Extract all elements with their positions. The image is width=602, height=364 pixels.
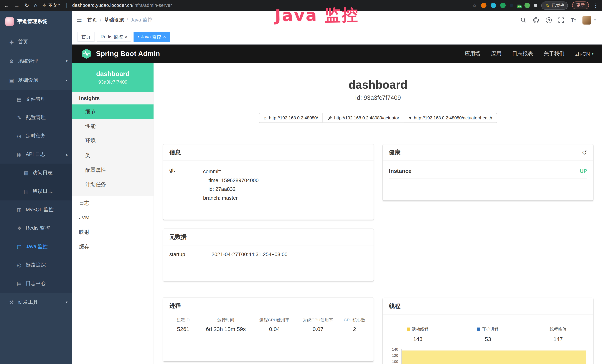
- sidebar-item-home[interactable]: ◉ 首页: [0, 32, 72, 52]
- y-axis-tick: 120: [387, 353, 398, 357]
- sba-menu-config-props[interactable]: 配置属性: [72, 163, 153, 177]
- browser-update-button[interactable]: 更新: [572, 1, 589, 9]
- sidebar-item-config-manage[interactable]: ✎ 配置管理: [0, 108, 72, 127]
- paused-chip[interactable]: ☺ 已暂停: [541, 1, 568, 9]
- sba-locale-select[interactable]: zh-CN ▾: [575, 51, 593, 57]
- process-id-value: 5261: [167, 326, 200, 332]
- switch-extension-icon[interactable]: on: [517, 4, 520, 7]
- workspace: ☰ 首页 / 基础设施 / Java 监控 ?: [72, 11, 602, 364]
- github-icon[interactable]: [533, 17, 539, 23]
- history-icon[interactable]: ↺: [582, 149, 587, 156]
- sba-menu-mappings[interactable]: 映射: [72, 225, 153, 240]
- sidebar-item-access-log[interactable]: ▧ 访问日志: [0, 163, 72, 182]
- sidebar-item-scheduled-jobs[interactable]: ◷ 定时任务: [0, 127, 72, 145]
- sba-menu-caches[interactable]: 缓存: [72, 240, 153, 254]
- bookmark-star-icon[interactable]: ☆: [472, 2, 477, 8]
- sidebar-item-log-center[interactable]: ▤ 日志中心: [0, 274, 72, 293]
- puzzle-extension-icon[interactable]: [534, 4, 537, 7]
- breadcrumb: 首页 / 基础设施 / Java 监控: [87, 17, 153, 23]
- breadcrumb-home[interactable]: 首页: [87, 17, 97, 23]
- extension-on-badge: on: [517, 5, 522, 8]
- back-icon[interactable]: ←: [4, 0, 9, 11]
- sba-menu-environment[interactable]: 环境: [72, 134, 153, 148]
- sidebar-item-java-monitor[interactable]: ▢ Java 监控: [0, 237, 72, 256]
- sidebar-item-trace[interactable]: ◎ 链路追踪: [0, 256, 72, 274]
- forward-icon[interactable]: →: [14, 0, 20, 11]
- sidebar-item-label: 系统管理: [18, 58, 64, 64]
- sba-instance-block[interactable]: dashboard 93a3fc7f7409: [72, 63, 153, 92]
- url-domain: dashboard.yudao.iocoder.cn: [72, 3, 132, 8]
- sidebar-item-error-log[interactable]: ▨ 错误日志: [0, 182, 72, 201]
- leaf-extension-icon[interactable]: [524, 3, 530, 8]
- reload-icon[interactable]: ↻: [25, 0, 29, 11]
- file-icon: ▤: [16, 96, 22, 102]
- avatar[interactable]: [582, 16, 591, 24]
- sidebar-item-label: Redis 监控: [26, 225, 68, 231]
- sba-menu-classes[interactable]: 类: [72, 148, 153, 163]
- sidebar-item-infrastructure[interactable]: ▣ 基础设施 ▴: [0, 71, 72, 90]
- green-extension-icon[interactable]: [500, 3, 505, 8]
- breadcrumb-infrastructure[interactable]: 基础设施: [104, 17, 124, 23]
- address-bar[interactable]: dashboard.yudao.iocoder.cn/infra/admin-s…: [72, 3, 172, 8]
- sba-nav-about[interactable]: 关于我们: [544, 50, 565, 57]
- font-size-icon[interactable]: TT: [571, 17, 576, 23]
- health-row[interactable]: Instance UP: [389, 161, 587, 179]
- hamburger-icon[interactable]: ☰: [77, 17, 82, 23]
- sba-menu-metrics[interactable]: 性能: [72, 119, 153, 134]
- sba-menu-logs[interactable]: 日志: [72, 196, 153, 211]
- chevron-up-icon: ▴: [66, 152, 67, 156]
- git-id-line: id: 27aa832: [203, 185, 367, 193]
- sidebar-item-system[interactable]: ⚙ 系统管理 ▾: [0, 51, 72, 71]
- git-commit-line: commit:: [203, 167, 367, 176]
- threads-card: 线程 活动线程 143 守护进程 53: [383, 298, 593, 364]
- sba-nav-journal[interactable]: 日志报表: [512, 50, 533, 57]
- sidebar-item-api-log[interactable]: ▦ API 日志 ▴: [0, 145, 72, 163]
- drop-extension-icon[interactable]: [491, 3, 496, 8]
- sba-brand[interactable]: Spring Boot Admin: [81, 48, 160, 60]
- process-value-row: 5261 6d 23h 15m 59s 0.04 0.07 2: [167, 326, 370, 332]
- process-card-title: 进程: [169, 302, 181, 309]
- metadata-card-title: 元数据: [169, 233, 186, 240]
- tab-redis-monitor[interactable]: Redis 监控 ×: [97, 32, 131, 42]
- sba-menu-details[interactable]: 细节: [72, 104, 153, 119]
- fullscreen-icon[interactable]: [559, 17, 564, 23]
- sidebar-item-label: 日志中心: [26, 280, 68, 287]
- tab-home[interactable]: 首页: [77, 32, 94, 42]
- sba-menu-scheduled-tasks[interactable]: 计划任务: [72, 177, 153, 192]
- browser-menu-icon[interactable]: ⋮: [593, 2, 598, 8]
- breadcrumb-current: Java 监控: [130, 17, 152, 23]
- legend-label: 线程峰值: [550, 326, 567, 332]
- close-icon[interactable]: ×: [125, 34, 128, 39]
- infrastructure-icon: ▣: [9, 77, 15, 83]
- grid-extension-icon[interactable]: [510, 4, 513, 7]
- legend-daemon-threads: 守护进程 53: [453, 325, 523, 342]
- app-logo-row[interactable]: 芋道管理系统: [0, 11, 72, 32]
- actuator-url-button[interactable]: http://192.168.0.2:48080/actuator: [322, 113, 404, 123]
- home-icon[interactable]: ⌂: [34, 0, 37, 11]
- health-url-button[interactable]: ♥ http://192.168.0.2:48080/actuator/heal…: [404, 113, 497, 123]
- api-log-icon: ▦: [16, 151, 22, 157]
- metadata-row: startup 2021-04-27T00:44:31.254+08:00: [169, 245, 367, 262]
- sba-menu-jvm[interactable]: JVM: [72, 211, 153, 225]
- sidebar-item-file-manage[interactable]: ▤ 文件管理: [0, 90, 72, 108]
- tab-java-monitor[interactable]: ● Java 监控 ×: [134, 32, 170, 42]
- sba-nav-wallboard[interactable]: 应用墙: [465, 50, 480, 57]
- sba-nav-applications[interactable]: 应用: [491, 50, 502, 57]
- security-indicator[interactable]: ⚠ 不安全: [42, 2, 61, 8]
- sidebar-item-label: 研发工具: [18, 299, 64, 306]
- health-status-badge: UP: [580, 168, 587, 174]
- health-card-header: 健康 ↺: [383, 144, 593, 161]
- y-axis-tick: 140: [387, 347, 398, 351]
- help-icon[interactable]: ?: [546, 17, 552, 23]
- fox-extension-icon[interactable]: [481, 3, 486, 8]
- sidebar-item-mysql-monitor[interactable]: ▥ MySQL 监控: [0, 201, 72, 219]
- process-header-row: 进程ID 运行时间 进程CPU使用率 系统CPU使用率 CPU核心数: [167, 317, 370, 323]
- instance-url-button[interactable]: ⌂ http://192.168.0.2:48080/: [259, 113, 323, 123]
- url-divider: |: [66, 3, 67, 8]
- close-icon[interactable]: ×: [163, 34, 166, 39]
- home-icon: ⌂: [264, 113, 267, 123]
- sidebar-item-redis-monitor[interactable]: ❖ Redis 监控: [0, 219, 72, 237]
- sidebar-item-devtools[interactable]: ⚒ 研发工具 ▾: [0, 293, 72, 312]
- trace-icon: ◎: [16, 262, 22, 268]
- search-icon[interactable]: [520, 17, 527, 23]
